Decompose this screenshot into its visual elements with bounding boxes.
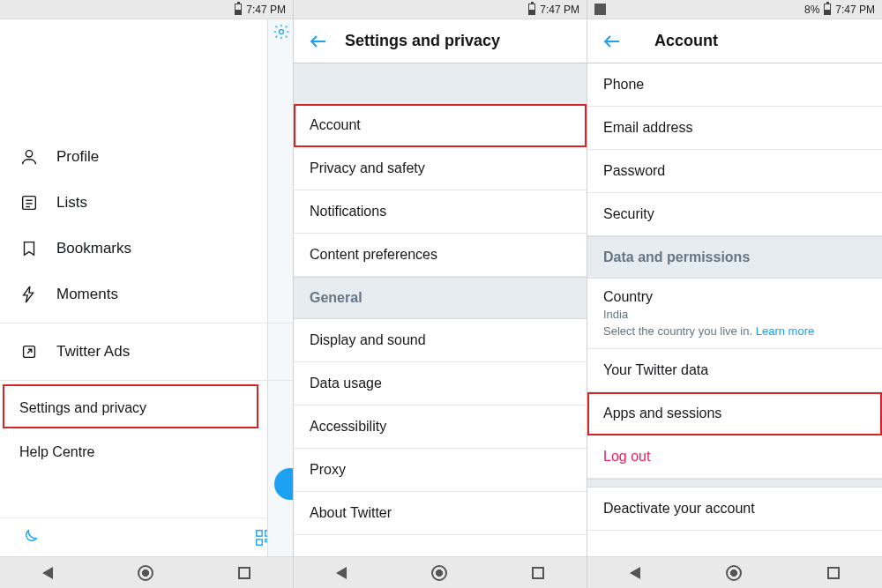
nav-home-icon[interactable] (138, 565, 153, 581)
drawer-item-twitter-ads[interactable]: Twitter Ads (0, 329, 293, 375)
svg-point-1 (26, 151, 32, 157)
status-time: 7:47 PM (540, 4, 579, 16)
picture-icon (594, 4, 606, 15)
moments-icon (19, 285, 39, 304)
profile-icon (19, 147, 39, 167)
row-label: Phone (603, 77, 644, 93)
drawer-label: Help Centre (19, 444, 94, 460)
account-item-your-twitter-data[interactable]: Your Twitter data (587, 349, 882, 392)
page-title: Account (654, 32, 718, 50)
settings-item-notifications[interactable]: Notifications (294, 190, 587, 234)
account-screen: 8% 7:47 PM Account Phone Email address P… (587, 0, 882, 588)
nav-back-icon[interactable] (336, 567, 347, 579)
account-item-deactivate[interactable]: Deactivate your account (587, 488, 882, 531)
account-item-log-out[interactable]: Log out (587, 435, 882, 479)
drawer-label: Moments (56, 286, 118, 303)
battery-percentage: 8% (804, 4, 819, 16)
account-list: Phone Email address Password Security Da… (587, 63, 882, 556)
settings-item-accessibility[interactable]: Accessibility (294, 406, 587, 449)
battery-icon (235, 4, 242, 15)
learn-more-link[interactable]: Learn more (756, 324, 814, 338)
header: Account (587, 19, 882, 63)
row-label: Privacy and safety (310, 160, 425, 176)
drawer-screen: 7:47 PM Profile Lists Bookmarks Moments … (0, 0, 294, 588)
drawer-item-bookmarks[interactable]: Bookmarks (0, 226, 293, 272)
drawer-item-profile[interactable]: Profile (0, 134, 293, 180)
nav-home-icon[interactable] (726, 565, 742, 581)
settings-item-data-usage[interactable]: Data usage (294, 362, 587, 406)
drawer-item-help-centre[interactable]: Help Centre (0, 430, 293, 474)
drawer-label: Profile (56, 148, 99, 166)
settings-screen: 7:47 PM Settings and privacy Account Pri… (294, 0, 587, 588)
row-label: Accessibility (310, 419, 386, 435)
header: Settings and privacy (294, 19, 587, 63)
divider (0, 380, 293, 381)
battery-icon (528, 4, 535, 15)
settings-item-content-preferences[interactable]: Content preferences (294, 234, 587, 277)
row-label: Password (603, 163, 665, 179)
night-mode-icon[interactable] (19, 528, 39, 547)
svg-rect-9 (257, 539, 262, 544)
row-label: Data usage (310, 376, 382, 391)
section-label: General (310, 290, 363, 306)
row-label: Notifications (310, 204, 386, 220)
drawer-item-moments[interactable]: Moments (0, 272, 293, 317)
drawer-label: Bookmarks (56, 240, 131, 257)
highlight-box (587, 392, 882, 435)
status-bar: 7:47 PM (294, 0, 587, 19)
nav-recent-icon[interactable] (238, 567, 250, 579)
row-label: Deactivate your account (603, 501, 755, 517)
page-title: Settings and privacy (345, 32, 500, 50)
android-nav-bar (294, 556, 587, 588)
section-header-data-permissions: Data and permissions (587, 236, 882, 279)
nav-home-icon[interactable] (431, 565, 447, 581)
section-gap (587, 479, 882, 488)
account-item-country[interactable]: Country India Select the country you liv… (587, 279, 882, 349)
row-label: Display and sound (310, 332, 426, 348)
section-gap (294, 63, 587, 104)
settings-item-proxy[interactable]: Proxy (294, 449, 587, 492)
nav-back-icon[interactable] (630, 567, 640, 579)
nav-back-icon[interactable] (42, 567, 53, 579)
drawer-menu: Profile Lists Bookmarks Moments Twitter … (0, 19, 293, 517)
settings-item-about-twitter[interactable]: About Twitter (294, 492, 587, 535)
android-nav-bar (0, 556, 293, 588)
back-arrow-icon[interactable] (602, 31, 623, 52)
status-bar: 8% 7:47 PM (587, 0, 882, 19)
section-label: Data and permissions (603, 249, 750, 265)
drawer-label: Lists (56, 194, 87, 212)
row-hint: Select the country you live in. Learn mo… (603, 324, 814, 339)
row-label: Country (603, 287, 653, 307)
settings-item-privacy-safety[interactable]: Privacy and safety (294, 147, 587, 190)
row-label: Log out (603, 449, 650, 465)
drawer-item-lists[interactable]: Lists (0, 180, 293, 226)
status-time: 7:47 PM (835, 4, 875, 16)
row-value: India (603, 307, 628, 323)
drawer-bottom-bar (0, 517, 293, 556)
highlight-box (3, 384, 258, 428)
section-header-general: General (294, 277, 587, 319)
row-label: Security (603, 206, 654, 222)
status-bar: 7:47 PM (0, 0, 293, 19)
bookmark-icon (19, 239, 39, 258)
account-item-password[interactable]: Password (587, 150, 882, 193)
nav-recent-icon[interactable] (532, 567, 544, 579)
android-nav-bar (587, 556, 882, 588)
divider (0, 323, 293, 324)
settings-item-display-sound[interactable]: Display and sound (294, 319, 587, 362)
svg-rect-7 (257, 530, 262, 535)
status-time: 7:47 PM (246, 4, 286, 16)
row-label: Proxy (310, 462, 346, 478)
drawer-label: Twitter Ads (56, 343, 130, 361)
account-item-security[interactable]: Security (587, 193, 882, 236)
account-item-email[interactable]: Email address (587, 107, 882, 150)
nav-recent-icon[interactable] (827, 567, 840, 579)
external-link-icon (19, 342, 39, 361)
row-label: About Twitter (310, 505, 392, 521)
row-label: Your Twitter data (603, 362, 708, 378)
highlight-box (294, 104, 587, 147)
settings-list: Account Privacy and safety Notifications… (294, 63, 587, 556)
row-label: Email address (603, 120, 692, 136)
account-item-phone[interactable]: Phone (587, 63, 882, 107)
back-arrow-icon[interactable] (308, 31, 329, 52)
